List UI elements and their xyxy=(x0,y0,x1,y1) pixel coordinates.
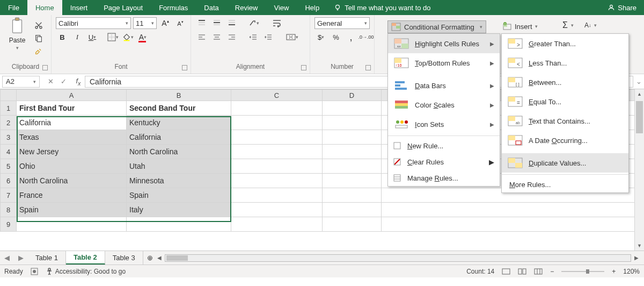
cell[interactable] xyxy=(323,130,382,145)
align-left-button[interactable] xyxy=(195,31,208,43)
row-header[interactable]: 8 xyxy=(1,203,17,217)
cell[interactable] xyxy=(231,101,323,116)
cell[interactable] xyxy=(323,217,382,232)
horizontal-scrollbar[interactable]: ◀ ▶ xyxy=(157,254,644,262)
cf-clear-rules[interactable]: Clear Rules ▶ xyxy=(388,154,500,170)
scroll-right-icon[interactable]: ▶ xyxy=(634,255,639,261)
cf-manage-rules[interactable]: Manage Rules... xyxy=(388,170,500,186)
copy-button[interactable] xyxy=(32,32,45,44)
zoom-in-button[interactable]: + xyxy=(612,268,616,275)
rule-text-contains[interactable]: ab Text that Contains... xyxy=(502,111,628,131)
comma-button[interactable]: , xyxy=(345,31,357,43)
rule-more-rules[interactable]: More Rules... xyxy=(502,176,628,192)
increase-decimal-button[interactable]: .0→.00 xyxy=(360,31,372,43)
cell[interactable] xyxy=(231,116,323,130)
cell[interactable] xyxy=(231,130,323,145)
tab-file[interactable]: File xyxy=(0,0,27,15)
tab-page-layout[interactable]: Page Layout xyxy=(96,0,151,15)
decrease-indent-button[interactable] xyxy=(247,31,260,43)
rule-duplicate-values[interactable]: Duplicate Values... xyxy=(502,153,628,173)
cell[interactable] xyxy=(323,188,382,203)
rule-date-occurring[interactable]: A Date Occurring... xyxy=(502,131,628,150)
scroll-left-icon[interactable]: ◀ xyxy=(157,255,162,261)
cell[interactable] xyxy=(323,174,382,188)
font-color-button[interactable]: A▾ xyxy=(136,31,149,43)
col-header-D[interactable]: D xyxy=(323,90,382,101)
cell[interactable]: California xyxy=(127,130,231,145)
scroll-up-icon[interactable]: ▲ xyxy=(635,89,644,99)
cell[interactable] xyxy=(323,159,382,174)
rule-less-than[interactable]: < Less Than... xyxy=(502,53,628,73)
accessibility-icon[interactable] xyxy=(46,268,53,275)
cell[interactable] xyxy=(231,174,323,188)
increase-indent-button[interactable] xyxy=(262,31,275,43)
vertical-scrollbar[interactable]: ▲ ▼ xyxy=(634,89,644,251)
bold-button[interactable]: B xyxy=(56,31,69,43)
cell[interactable] xyxy=(323,101,382,116)
col-header-B[interactable]: B xyxy=(127,90,231,101)
autosum-button[interactable]: Σ▾ A↓▾ xyxy=(562,20,597,30)
align-middle-button[interactable] xyxy=(210,17,223,29)
expand-formula-bar-button[interactable]: ⌄ xyxy=(633,77,644,85)
cell[interactable]: Utah xyxy=(127,159,231,174)
cell[interactable]: Texas xyxy=(17,130,127,145)
cell[interactable] xyxy=(17,217,127,232)
borders-button[interactable]: ▾ xyxy=(106,31,119,43)
hscroll-thumb[interactable] xyxy=(166,255,188,261)
zoom-slider[interactable] xyxy=(561,269,604,274)
cell[interactable]: New Jersey xyxy=(17,145,127,159)
cell[interactable] xyxy=(231,159,323,174)
cell[interactable] xyxy=(323,145,382,159)
cell[interactable] xyxy=(231,203,323,217)
conditional-formatting-button[interactable]: Conditional Formatting ▾ xyxy=(387,20,486,33)
font-name-combo[interactable]: Calibri▾ xyxy=(56,17,131,29)
sheet-tab-1[interactable]: Table 1 xyxy=(28,251,66,264)
cell[interactable]: Spain xyxy=(17,203,127,217)
currency-button[interactable]: $▾ xyxy=(314,31,327,43)
rule-greater-than[interactable]: > Greater Than... xyxy=(502,34,628,53)
cf-icon-sets[interactable]: Icon Sets ▶ xyxy=(388,115,500,134)
new-sheet-button[interactable]: ⊕ xyxy=(143,254,157,262)
tab-view[interactable]: View xyxy=(266,0,297,15)
align-bottom-button[interactable] xyxy=(225,17,238,29)
cell[interactable] xyxy=(231,145,323,159)
cf-new-rule[interactable]: New Rule... xyxy=(388,138,500,154)
view-page-layout-icon[interactable] xyxy=(518,268,526,275)
align-top-button[interactable] xyxy=(195,17,208,29)
number-format-combo[interactable]: General▾ xyxy=(314,17,370,29)
dialog-launcher-icon[interactable] xyxy=(182,65,187,70)
cf-highlight-cells-rules[interactable]: ≤≥ Highlight Cells Rules ▶ xyxy=(388,34,500,53)
cell[interactable] xyxy=(231,188,323,203)
italic-button[interactable]: I xyxy=(71,31,84,43)
fill-color-button[interactable]: ▾ xyxy=(121,31,134,43)
cancel-formula-button[interactable]: ✕ xyxy=(45,77,56,85)
cell[interactable] xyxy=(323,116,382,130)
rule-between[interactable]: [ ] Between... xyxy=(502,73,628,92)
scroll-tabs-right[interactable]: ▶ xyxy=(14,254,28,262)
sheet-tab-3[interactable]: Table 3 xyxy=(105,251,143,264)
tab-formulas[interactable]: Formulas xyxy=(151,0,196,15)
cf-data-bars[interactable]: Data Bars ▶ xyxy=(388,76,500,95)
sheet-tab-2[interactable]: Table 2 xyxy=(66,251,105,264)
orientation-button[interactable]: ▾ xyxy=(247,17,260,29)
align-center-button[interactable] xyxy=(210,31,223,43)
fx-icon[interactable]: fx xyxy=(72,77,85,87)
tab-help[interactable]: Help xyxy=(297,0,327,15)
cell[interactable]: Ohio xyxy=(17,159,127,174)
dialog-launcher-icon[interactable] xyxy=(301,65,306,70)
row-header[interactable]: 6 xyxy=(1,174,17,188)
row-header[interactable]: 7 xyxy=(1,188,17,203)
row-header[interactable]: 1 xyxy=(1,101,17,116)
underline-button[interactable]: U▾ xyxy=(86,31,99,43)
cf-top-bottom-rules[interactable]: ↑10 Top/Bottom Rules ▶ xyxy=(388,53,500,73)
tab-home[interactable]: Home xyxy=(27,0,62,15)
cell[interactable]: Minnesota xyxy=(127,174,231,188)
row-header[interactable]: 5 xyxy=(1,159,17,174)
cell[interactable]: Italy xyxy=(127,203,231,217)
format-painter-button[interactable] xyxy=(32,45,45,57)
dialog-launcher-icon[interactable] xyxy=(42,65,48,70)
cell[interactable]: Second Band Tour xyxy=(127,101,231,116)
zoom-out-button[interactable]: − xyxy=(550,268,554,275)
cell[interactable] xyxy=(382,217,644,232)
cell[interactable]: Kentucky xyxy=(127,116,231,130)
